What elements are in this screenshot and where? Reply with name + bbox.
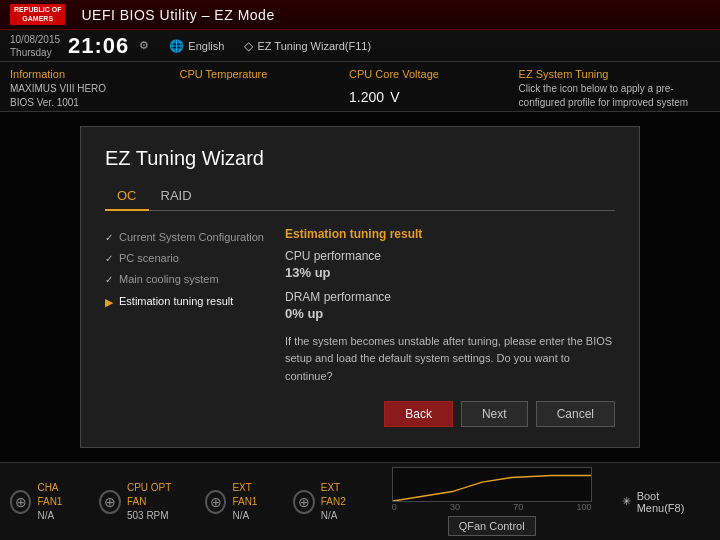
qfan-button[interactable]: QFan Control [448,516,536,536]
cpu-volt-section: CPU Core Voltage 1.200 V [349,68,519,108]
next-button[interactable]: Next [461,401,528,427]
rog-logo-box: REPUBLIC OF GAMERS [10,4,65,25]
check-icon-1: ✓ [105,231,113,245]
diamond-icon: ◇ [244,39,253,53]
fan-item-3: ⊕ EXT FAN1 N/A [205,481,273,523]
check-icon-2: ✓ [105,252,113,266]
fan-graph: 0 30 70 100 QFan Control [382,467,602,536]
globe-icon: 🌐 [169,39,184,53]
step-1: ✓ Current System Configuration [105,227,265,248]
step-4: ▶ Estimation tuning result [105,291,265,313]
overlay: EZ Tuning Wizard OC RAID ✓ Current Syste… [0,112,720,462]
second-bar: 10/08/2015 Thursday 21:06 ⚙ 🌐 English ◇ … [0,30,720,62]
fan-icon-4: ⊕ [293,490,314,514]
fan-info-1: CHA FAN1 N/A [37,481,79,523]
wizard-title: EZ Tuning Wizard [105,147,615,170]
wizard-buttons: Back Next Cancel [285,401,615,427]
result-title: Estimation tuning result [285,227,615,241]
dram-perf-value: 0% up [285,306,615,321]
asterisk-icon: ✳ [622,495,631,508]
wizard-body: ✓ Current System Configuration ✓ PC scen… [105,227,615,428]
date-time: 10/08/2015 Thursday 21:06 ⚙ [10,33,149,59]
time-display: 21:06 [68,33,129,59]
language-selector[interactable]: 🌐 English [169,39,224,53]
cpu-perf-value: 13% up [285,265,615,280]
rog-logo: REPUBLIC OF GAMERS [10,4,65,25]
wizard-steps: ✓ Current System Configuration ✓ PC scen… [105,227,265,428]
arrow-icon-4: ▶ [105,295,113,310]
cpu-temp-section: CPU Temperature [180,68,350,82]
ez-tuning-wizard-link[interactable]: ◇ EZ Tuning Wizard(F11) [244,39,371,53]
fan-bar: ⊕ CHA FAN1 N/A ⊕ CPU OPT FAN 503 RPM ⊕ E… [0,463,720,540]
gear-icon[interactable]: ⚙ [139,39,149,52]
main-content: EZ Tuning Wizard OC RAID ✓ Current Syste… [0,112,720,462]
dram-perf-label: DRAM performance [285,290,615,304]
wizard-tabs: OC RAID [105,184,615,211]
fan-info-2: CPU OPT FAN 503 RPM [127,481,185,523]
check-icon-3: ✓ [105,273,113,287]
fan-info-3: EXT FAN1 N/A [232,481,273,523]
fan-icon-1: ⊕ [10,490,31,514]
tab-oc[interactable]: OC [105,184,149,211]
cancel-button[interactable]: Cancel [536,401,615,427]
top-bar: REPUBLIC OF GAMERS UEFI BIOS Utility – E… [0,0,720,30]
step-2: ✓ PC scenario [105,248,265,269]
boot-menu-button[interactable]: ✳ Boot Menu(F8) [622,490,700,514]
fan-info-4: EXT FAN2 N/A [321,481,362,523]
back-button[interactable]: Back [384,401,453,427]
fan-item-2: ⊕ CPU OPT FAN 503 RPM [99,481,185,523]
cpu-perf-label: CPU performance [285,249,615,263]
result-warning: If the system becomes unstable after tun… [285,333,615,386]
tab-raid[interactable]: RAID [149,184,204,210]
bottom-section: ⊕ CHA FAN1 N/A ⊕ CPU OPT FAN 503 RPM ⊕ E… [0,462,720,540]
graph-area [392,467,592,502]
fan-icon-3: ⊕ [205,490,226,514]
info-bar: Information MAXIMUS VIII HERO BIOS Ver. … [0,62,720,112]
graph-labels: 0 30 70 100 [392,502,592,512]
wizard-dialog: EZ Tuning Wizard OC RAID ✓ Current Syste… [80,126,640,449]
bios-title: UEFI BIOS Utility – EZ Mode [81,7,274,23]
fan-item-4: ⊕ EXT FAN2 N/A [293,481,361,523]
fan-icon-2: ⊕ [99,490,120,514]
step-3: ✓ Main cooling system [105,269,265,290]
cpu-voltage-value: 1.200 V [349,82,509,108]
date-display: 10/08/2015 Thursday [10,33,60,59]
wizard-result: Estimation tuning result CPU performance… [285,227,615,428]
fan-item-1: ⊕ CHA FAN1 N/A [10,481,79,523]
